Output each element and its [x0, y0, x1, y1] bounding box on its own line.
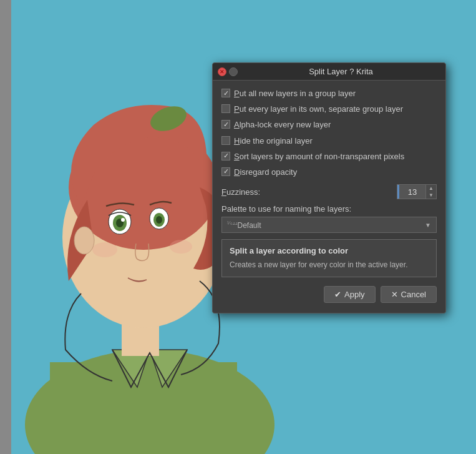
- option-sort-layers[interactable]: ✓ Sort layers by amount of non-transpare…: [221, 151, 437, 162]
- close-button[interactable]: ✕: [218, 67, 226, 76]
- cancel-x-icon: ✕: [391, 290, 398, 299]
- svg-point-17: [170, 240, 192, 254]
- svg-point-16: [92, 242, 117, 257]
- info-title: Split a layer according to color: [230, 246, 429, 255]
- fuzziness-row: Fuzziness: 13 ▲ ▼: [221, 184, 437, 199]
- checkbox-1[interactable]: ✓: [221, 89, 230, 97]
- dialog-title-bar: ✕ Split Layer ? Krita: [213, 63, 445, 81]
- option-label-5: Sort layers by amount of non-transparent…: [234, 151, 404, 162]
- dialog-body: ✓ Put all new layers in a group layer Pu…: [213, 81, 445, 313]
- svg-point-15: [156, 216, 162, 224]
- svg-rect-1: [0, 0, 11, 454]
- checkbox-6[interactable]: ✓: [221, 167, 230, 176]
- svg-point-18: [74, 227, 94, 254]
- spin-down-button[interactable]: ▼: [426, 192, 436, 199]
- minimize-button[interactable]: [229, 67, 238, 76]
- dropdown-selected: ¹⁄₆₄₄Default: [227, 220, 261, 230]
- svg-point-12: [121, 218, 125, 222]
- apply-checkmark-icon: ✔: [334, 290, 341, 299]
- option-label-2: Put every layer in its own, separate gro…: [234, 104, 403, 115]
- palette-label: Palette to use for naming the layers:: [221, 204, 437, 214]
- fuzziness-input[interactable]: 13: [399, 187, 425, 197]
- option-label-3: Alpha-lock every new layer: [234, 119, 331, 131]
- checkbox-5[interactable]: ✓: [221, 152, 230, 160]
- option-disregard-opacity[interactable]: ✓ Disregard opacity: [221, 167, 437, 178]
- checkbox-2[interactable]: [221, 104, 230, 113]
- checkbox-4[interactable]: [221, 136, 230, 145]
- apply-label: Apply: [344, 290, 365, 299]
- option-hide-original[interactable]: Hide the original layer: [221, 136, 437, 147]
- options-list: ✓ Put all new layers in a group layer Pu…: [221, 88, 437, 178]
- option-put-every-layer[interactable]: Put every layer in its own, separate gro…: [221, 104, 437, 115]
- spin-up-button[interactable]: ▲: [426, 185, 436, 192]
- palette-dropdown[interactable]: ¹⁄₆₄₄Default ▼: [221, 217, 437, 233]
- dropdown-arrow-icon: ▼: [425, 222, 431, 229]
- checkbox-3[interactable]: ✓: [221, 120, 230, 129]
- cancel-label: Cancel: [401, 290, 426, 299]
- fuzziness-label: Fuzziness:: [221, 187, 392, 197]
- info-description: Creates a new layer for every color in t…: [230, 259, 429, 270]
- window-controls: ✕: [218, 67, 238, 76]
- cancel-button[interactable]: ✕ Cancel: [381, 286, 437, 303]
- dialog-title: Split Layer ? Krita: [241, 67, 440, 76]
- button-row: ✔ Apply ✕ Cancel: [221, 286, 437, 305]
- option-label-1: Put all new layers in a group layer: [234, 88, 356, 99]
- svg-rect-3: [50, 362, 237, 454]
- option-put-all-in-group[interactable]: ✓ Put all new layers in a group layer: [221, 88, 437, 99]
- option-alpha-lock[interactable]: ✓ Alpha-lock every new layer: [221, 119, 437, 131]
- apply-button[interactable]: ✔ Apply: [324, 286, 376, 303]
- info-box: Split a layer according to color Creates…: [221, 239, 437, 277]
- option-label-4: Hide the original layer: [234, 136, 313, 147]
- fuzziness-spinbox[interactable]: 13 ▲ ▼: [397, 184, 437, 199]
- option-label-6: Disregard opacity: [234, 167, 297, 178]
- split-layer-dialog: ✕ Split Layer ? Krita ✓ Put all new laye…: [212, 62, 446, 313]
- spinbox-arrows: ▲ ▼: [425, 185, 436, 199]
